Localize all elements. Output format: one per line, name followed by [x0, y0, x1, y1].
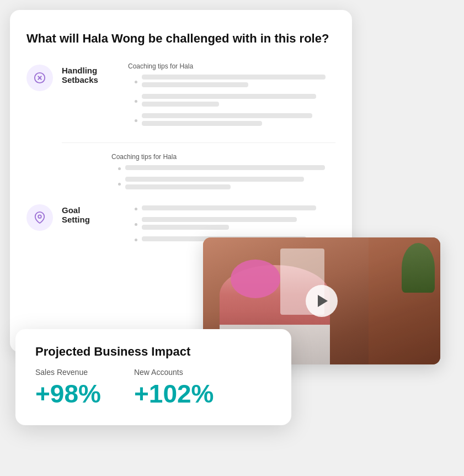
bullet-dot	[135, 81, 137, 83]
page-title: What will Hala Wong be challenged with i…	[26, 31, 335, 47]
metric-accounts-value: +102%	[134, 379, 214, 409]
bullet-line	[118, 165, 335, 173]
fake-text-line	[142, 217, 297, 222]
svg-point-3	[38, 215, 41, 218]
coaching-label-1: Coaching tips for Hala	[128, 62, 335, 70]
bullet-line	[135, 113, 335, 129]
metric-sales-revenue: Sales Revenue +98%	[35, 368, 101, 409]
metric-accounts-label: New Accounts	[134, 368, 214, 377]
coaching-block-2-container: Coaching tips for Hala	[111, 153, 335, 192]
fake-text-line	[142, 94, 316, 99]
bullet-lines-2	[118, 165, 335, 192]
bullet-dot	[118, 183, 121, 186]
section-handling-setbacks: HandlingSetbacks Coaching tips for Hala	[26, 62, 335, 133]
bullet-dot	[135, 223, 137, 226]
coaching-label-2: Coaching tips for Hala	[111, 153, 335, 161]
fake-text-line	[142, 75, 326, 80]
bullet-line	[135, 94, 335, 109]
bullet-lines-1	[135, 75, 335, 129]
bullet-dot	[135, 208, 137, 210]
fake-text-line	[142, 113, 312, 118]
bullet-line	[135, 205, 335, 213]
bullet-dot	[135, 119, 137, 122]
metric-new-accounts: New Accounts +102%	[134, 368, 214, 409]
section-divider	[62, 142, 335, 143]
impact-metrics: Sales Revenue +98% New Accounts +102%	[35, 368, 271, 409]
fake-text-line	[142, 102, 219, 107]
goal-setting-icon-circle	[26, 204, 53, 231]
impact-card: Projected Business Impact Sales Revenue …	[15, 329, 291, 425]
bullet-line	[135, 217, 335, 232]
fake-text-line	[142, 205, 316, 210]
play-icon	[318, 295, 328, 307]
bullet-dot	[135, 100, 137, 103]
fake-text-line	[125, 165, 325, 170]
metric-sales-value: +98%	[35, 379, 101, 409]
fake-text-line	[142, 121, 262, 126]
fake-text-line	[125, 184, 231, 189]
fake-text-line	[125, 177, 304, 182]
impact-title: Projected Business Impact	[35, 345, 271, 359]
bullet-line	[135, 75, 335, 90]
bullet-dot	[118, 167, 121, 170]
play-button[interactable]	[306, 285, 338, 317]
metric-sales-label: Sales Revenue	[35, 368, 101, 377]
bullet-dot	[135, 239, 137, 241]
x-circle-icon	[34, 72, 46, 84]
fake-text-line	[142, 225, 229, 230]
plant	[402, 243, 435, 293]
map-pin-icon	[34, 211, 46, 224]
goal-setting-label: GoalSetting	[62, 202, 111, 224]
bullet-line	[118, 177, 335, 192]
coaching-block-1: Coaching tips for Hala	[128, 62, 335, 133]
fake-text-line	[142, 82, 248, 87]
person-hair	[231, 260, 280, 298]
handling-setbacks-label: HandlingSetbacks	[62, 62, 111, 84]
handling-setbacks-icon-circle	[26, 65, 53, 91]
